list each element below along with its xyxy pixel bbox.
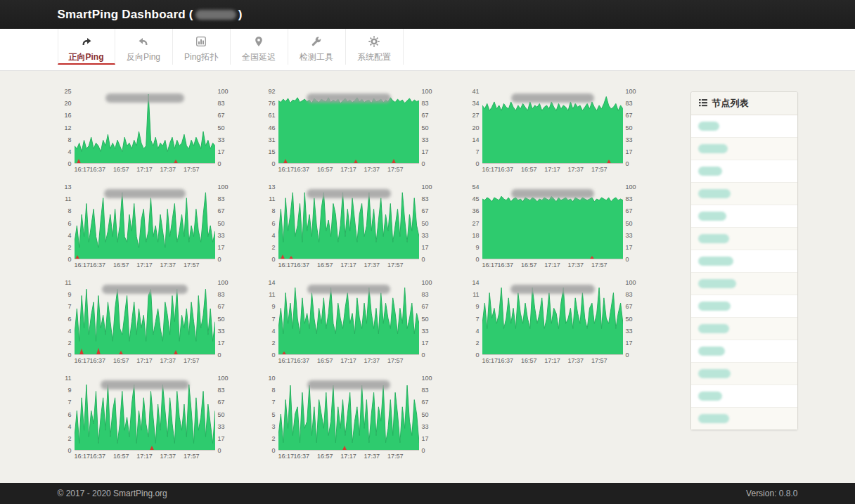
node-list-item[interactable] [691, 317, 797, 340]
plot-area [482, 187, 623, 259]
node-name-redacted [698, 392, 722, 401]
node-list-item[interactable] [691, 362, 797, 385]
node-list-item[interactable] [691, 182, 797, 205]
node-list-item[interactable] [691, 385, 797, 407]
right-axis-labels: 10083675033170 [623, 187, 641, 259]
nav-tab-system-config[interactable]: 系统配置 [346, 29, 404, 65]
title-prefix: SmartPing Dashboard ( [58, 8, 193, 22]
right-axis-labels: 10083675033170 [215, 91, 233, 164]
nav-tab-forward-ping[interactable]: 正向Ping [58, 29, 115, 65]
x-axis-labels: 16:1716:3716:5717:1717:3717:57 [75, 260, 215, 271]
plot-area [278, 378, 419, 451]
right-axis-labels: 10083675033170 [419, 187, 437, 259]
title-suffix: ) [238, 8, 243, 22]
chart-title-redacted [105, 93, 184, 103]
plot-area [278, 91, 419, 164]
x-axis-labels: 16:1716:3716:5717:1717:3717:57 [278, 164, 419, 175]
right-axis-labels: 10083675033170 [623, 91, 641, 164]
plot-area [75, 283, 215, 355]
node-list-item[interactable] [691, 137, 797, 160]
node-name-redacted [698, 324, 729, 333]
ping-chart-3: 413427201470 10083675033170 16:1716:3716… [465, 91, 641, 176]
nav-tab-ping-topology[interactable]: Ping拓扑 [173, 29, 231, 65]
ping-chart-5: 131186420 10083675033170 16:1716:3716:57… [262, 187, 437, 271]
chart-title-redacted [510, 285, 595, 294]
x-axis-labels: 16:1716:3716:5717:1717:3717:57 [278, 260, 419, 271]
node-name-redacted [698, 414, 729, 423]
left-axis-labels: 544536271890 [465, 187, 482, 259]
map-pin-icon [231, 36, 288, 48]
plot-area [482, 91, 623, 164]
right-axis-labels: 10083675033170 [215, 187, 233, 259]
copyright-text: © 2017 - 2020 SmartPing.org [58, 489, 167, 498]
node-list-item[interactable] [691, 115, 797, 137]
node-sidebar: 节点列表 [690, 91, 798, 463]
left-axis-labels: 11976420 [58, 378, 75, 451]
node-list-item[interactable] [691, 272, 797, 295]
left-axis-labels: 10875320 [262, 378, 278, 451]
node-list-item[interactable] [691, 160, 797, 182]
ping-chart-7: 11976420 10083675033170 16:1716:3716:571… [58, 283, 233, 367]
page-title: SmartPing Dashboard ( ) [58, 8, 798, 22]
plot-area [75, 91, 215, 164]
chart-title-redacted [511, 93, 594, 103]
node-name-redacted [698, 167, 722, 176]
node-list-item[interactable] [691, 205, 797, 227]
node-list-panel: 节点列表 [690, 91, 798, 430]
ping-chart-11: 10875320 10083675033170 16:1716:3716:571… [262, 378, 437, 463]
node-name-redacted [698, 212, 726, 221]
app-footer: © 2017 - 2020 SmartPing.org Version: 0.8… [0, 483, 855, 504]
bar-chart-icon [173, 36, 230, 48]
left-axis-labels: 131186420 [262, 187, 278, 259]
plot-area [278, 187, 419, 259]
node-list-header: 节点列表 [691, 92, 797, 115]
nav-tab-detect-tools[interactable]: 检测工具 [288, 29, 346, 65]
x-axis-labels: 16:1716:3716:5717:1717:3717:57 [482, 164, 623, 175]
left-axis-labels: 11976420 [58, 283, 75, 355]
main-content: 25201612840 10083675033170 16:1716:3716:… [58, 71, 798, 463]
node-name-redacted [698, 257, 733, 266]
gear-icon [346, 36, 403, 48]
chart-title-redacted [101, 380, 189, 389]
x-axis-labels: 16:1716:3716:5717:1717:3717:57 [482, 260, 623, 271]
node-list-item[interactable] [691, 295, 797, 317]
title-redacted-blob [195, 10, 236, 20]
latency-area [278, 287, 419, 354]
right-axis-labels: 10083675033170 [419, 378, 437, 451]
plot-area [278, 283, 419, 355]
right-axis-labels: 10083675033170 [215, 283, 233, 355]
node-list-item[interactable] [691, 250, 797, 272]
node-name-redacted [698, 302, 731, 311]
node-list [691, 115, 797, 429]
ping-chart-4: 131186420 10083675033170 16:1716:3716:57… [58, 187, 233, 271]
left-axis-labels: 25201612840 [58, 91, 75, 164]
x-axis-labels: 16:1716:3716:5717:1717:3717:57 [482, 356, 623, 366]
left-axis-labels: 141197420 [465, 283, 482, 355]
node-list-item[interactable] [691, 340, 797, 362]
nav-tab-reverse-ping[interactable]: 反向Ping [115, 29, 173, 65]
wrench-icon [288, 36, 345, 48]
latency-line [75, 94, 215, 152]
ping-chart-6: 544536271890 10083675033170 16:1716:3716… [465, 187, 641, 271]
nav-tabs: 正向Ping 反向Ping Ping拓扑 全国延迟 检测工具 系统配置 [58, 29, 798, 65]
x-axis-labels: 16:1716:3716:5717:1717:3717:57 [75, 356, 215, 366]
node-name-redacted [698, 144, 728, 153]
chart-title-redacted [307, 380, 390, 389]
node-list-item[interactable] [691, 227, 797, 250]
left-axis-labels: 131186420 [58, 187, 75, 259]
main-nav: 正向Ping 反向Ping Ping拓扑 全国延迟 检测工具 系统配置 [0, 29, 855, 71]
forward-arrow-icon [58, 36, 115, 48]
node-list-title: 节点列表 [712, 97, 749, 110]
list-icon [698, 98, 708, 110]
nav-tab-national-latency[interactable]: 全国延迟 [231, 29, 288, 65]
right-axis-labels: 10083675033170 [623, 283, 641, 355]
chart-title-redacted [307, 93, 391, 103]
left-axis-labels: 9276614631150 [262, 91, 278, 164]
node-list-item[interactable] [691, 407, 797, 429]
latency-area [482, 196, 623, 259]
ping-chart-9: 141197420 10083675033170 16:1716:3716:57… [465, 283, 641, 367]
node-name-redacted [698, 234, 729, 243]
reverse-arrow-icon [115, 36, 172, 48]
ping-chart-1: 25201612840 10083675033170 16:1716:3716:… [58, 91, 233, 176]
latency-area [75, 94, 215, 163]
